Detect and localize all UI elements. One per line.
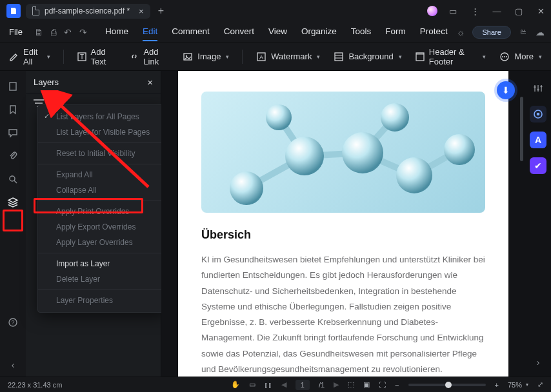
ctx-apply-print[interactable]: Apply Print Overrides [38, 204, 166, 219]
window-maximize-icon[interactable]: ▢ [512, 6, 525, 16]
chat-icon[interactable]: ▭ [446, 6, 459, 16]
tab-organize[interactable]: Organize [301, 23, 337, 41]
header-footer-button[interactable]: Header & Footer▾ [415, 47, 486, 66]
ctx-properties[interactable]: Layer Properties [38, 293, 166, 308]
read-mode-icon[interactable]: ⫿⫿ [265, 381, 272, 389]
svg-point-4 [186, 55, 187, 56]
next-page-icon[interactable]: ▶ [334, 380, 339, 389]
more-button[interactable]: More▾ [499, 51, 542, 63]
svg-rect-9 [416, 53, 424, 55]
collapse-right-icon[interactable]: › [537, 357, 540, 368]
layers-panel-title: Layers [34, 77, 59, 87]
ctx-reset[interactable]: Reset to Initial Visibility [38, 146, 166, 161]
ctx-apply-layer[interactable]: Apply Layer Overrides [38, 235, 166, 250]
document-viewport[interactable]: Übersich KI im Gesundheitswesen bietet E… [161, 71, 525, 377]
ctx-list-all[interactable]: ✓List Layers for All Pages [38, 109, 166, 124]
bookmarks-icon[interactable] [6, 103, 19, 116]
svg-point-33 [537, 88, 539, 90]
titlebar: pdf-sample-science.pdf * × + ▭ ⋮ — ▢ ✕ [0, 0, 551, 22]
share-link-icon[interactable]: ఙ [519, 27, 528, 37]
add-link-button[interactable]: Add Link [129, 47, 169, 66]
ai-tool-check-icon[interactable]: ✔ [530, 157, 546, 174]
image-button[interactable]: Image▾ [182, 51, 229, 63]
svg-point-27 [342, 132, 383, 173]
tab-add-button[interactable]: + [158, 5, 164, 17]
avatar[interactable] [427, 6, 437, 16]
zoom-out-icon[interactable]: − [395, 381, 399, 389]
panel-close-icon[interactable]: × [147, 77, 153, 88]
expand-icon[interactable]: ⤢ [537, 380, 543, 389]
tab-file[interactable]: pdf-sample-science.pdf * × [26, 4, 150, 19]
tab-protect[interactable]: Protect [420, 23, 448, 41]
edit-all-button[interactable]: Edit All▾ [9, 47, 50, 66]
sliders-icon[interactable] [530, 80, 546, 97]
fit-page-icon[interactable]: ▣ [363, 380, 370, 389]
tab-close-icon[interactable]: × [139, 6, 144, 16]
menubar: File 🗎 ⎙ ↶ ↷ Home Edit Comment Convert V… [0, 22, 551, 43]
layers-icon[interactable] [6, 196, 19, 209]
ai-chat-icon[interactable] [530, 106, 546, 122]
help-icon[interactable]: ? [6, 316, 19, 329]
tab-form[interactable]: Form [385, 23, 406, 41]
window-close-icon[interactable]: ✕ [534, 6, 547, 16]
fullscreen-icon[interactable]: ⛶ [379, 381, 386, 389]
select-tool-icon[interactable]: ▭ [249, 380, 255, 389]
tab-home[interactable]: Home [105, 23, 128, 41]
app-logo[interactable] [6, 4, 21, 18]
tab-tools[interactable]: Tools [351, 23, 372, 41]
download-badge-icon[interactable]: ⬇ [497, 81, 515, 99]
text-icon: T [77, 51, 87, 63]
ctx-delete[interactable]: Delete Layer [38, 271, 166, 287]
svg-point-31 [444, 134, 475, 165]
tab-view[interactable]: View [268, 23, 287, 41]
watermark-button[interactable]: A Watermark▾ [255, 51, 320, 63]
tab-convert[interactable]: Convert [224, 23, 254, 41]
zoom-slider[interactable] [408, 384, 486, 386]
zoom-in-icon[interactable]: + [495, 381, 499, 389]
zoom-value[interactable]: 75% [508, 381, 522, 389]
comments-icon[interactable] [6, 126, 19, 139]
collapse-left-icon[interactable]: ‹ [6, 358, 19, 371]
prev-page-icon[interactable]: ◀ [281, 380, 286, 389]
add-text-button[interactable]: T Add Text [77, 47, 117, 66]
undo-icon[interactable]: ↶ [64, 27, 72, 37]
ctx-list-visible[interactable]: List Layer for Visible Pages [38, 124, 166, 140]
svg-point-34 [540, 85, 542, 87]
ai-tool-a-icon[interactable]: A [530, 132, 546, 148]
ctx-collapse[interactable]: Collapse All [38, 182, 166, 198]
layers-panel: Layers × ✓List Layers for All Pages List… [26, 71, 161, 377]
doc-body: KI im Gesundheitswesen bietet Empfehlung… [201, 252, 485, 377]
svg-point-12 [504, 56, 505, 57]
tab-file-name: pdf-sample-science.pdf * [45, 6, 130, 15]
ctx-expand[interactable]: Expand All [38, 167, 166, 182]
lightbulb-icon[interactable]: ☼ [457, 27, 465, 37]
tab-edit[interactable]: Edit [143, 23, 157, 41]
hand-tool-icon[interactable]: ✋ [231, 380, 240, 389]
print-icon[interactable]: ⎙ [51, 27, 56, 37]
cloud-icon[interactable]: ☁ [536, 27, 545, 37]
svg-point-26 [285, 137, 324, 175]
fit-width-icon[interactable]: ⬚ [348, 380, 354, 389]
attachments-icon[interactable] [6, 150, 19, 162]
ctx-apply-export[interactable]: Apply Export Overrides [38, 219, 166, 235]
svg-point-28 [396, 157, 432, 193]
page-current[interactable]: 1 [301, 381, 305, 389]
redo-icon[interactable]: ↷ [79, 27, 87, 37]
edit-toolbar: Edit All▾ T Add Text Add Link Image▾ A W… [0, 43, 551, 71]
kebab-icon[interactable]: ⋮ [468, 6, 481, 16]
window-minimize-icon[interactable]: — [490, 6, 503, 16]
thumbnails-icon[interactable] [6, 80, 19, 93]
vertical-scrollbar[interactable] [520, 97, 523, 161]
ctx-import-as-layer[interactable]: Import as Layer [38, 256, 166, 271]
tab-comment[interactable]: Comment [172, 23, 210, 41]
file-menu[interactable]: File [9, 27, 23, 37]
hero-image [201, 92, 485, 213]
page-total: /1 [319, 381, 325, 389]
svg-rect-7 [335, 53, 343, 61]
search-icon[interactable] [6, 173, 19, 186]
status-bar: 22.23 x 31.43 cm ✋ ▭ ⫿⫿ ◀ 1 /1 ▶ ⬚ ▣ ⛶ −… [0, 377, 551, 392]
share-button[interactable]: Share [472, 26, 510, 39]
body: ? ‹ Layers × ✓List Layers for All Pages … [0, 71, 551, 377]
background-button[interactable]: Background▾ [333, 51, 401, 63]
save-icon[interactable]: 🗎 [34, 27, 43, 37]
